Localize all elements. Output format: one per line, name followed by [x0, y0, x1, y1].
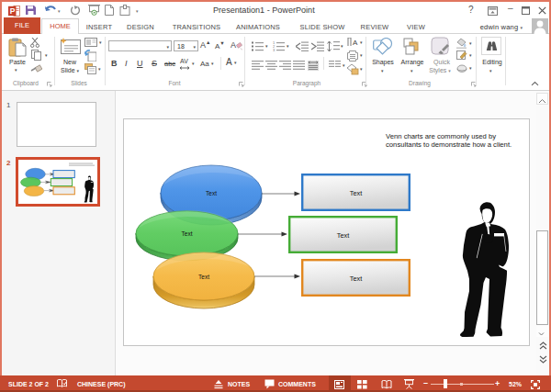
svg-text:A: A	[231, 40, 236, 50]
svg-text:Text: Text	[337, 231, 349, 240]
svg-text:A: A	[353, 39, 358, 47]
svg-text:Text: Text	[206, 190, 217, 196]
svg-text:P: P	[10, 6, 16, 16]
svg-text:Text: Text	[350, 274, 362, 283]
svg-text:Text: Text	[350, 189, 362, 197]
svg-text:Text: Text	[182, 230, 193, 237]
svg-text:3: 3	[273, 48, 276, 51]
svg-text:Text: Text	[198, 274, 209, 280]
